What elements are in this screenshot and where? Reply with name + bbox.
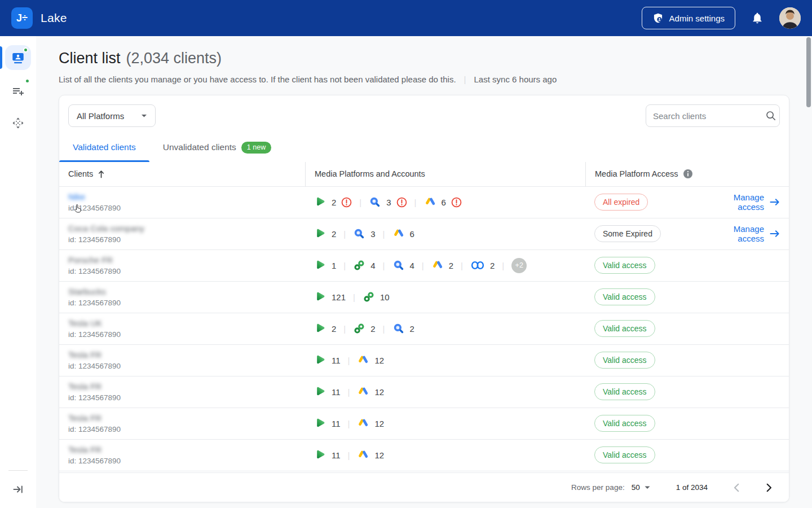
account-count: 11: [332, 419, 341, 428]
client-name-link[interactable]: Tesla UK: [68, 318, 102, 328]
scrollbar-thumb[interactable]: [806, 37, 811, 107]
account-count: 6: [410, 229, 414, 239]
client-name-link[interactable]: Nike: [68, 192, 85, 202]
platform-group: 12: [357, 386, 384, 398]
info-icon[interactable]: [683, 169, 693, 179]
client-name-link[interactable]: Tesla FR: [68, 382, 102, 391]
rows-per-page-value: 50: [632, 483, 640, 492]
access-cell: Valid access: [585, 257, 713, 274]
sidebar-item-add-list[interactable]: [5, 78, 31, 103]
tab-bar: Validated clients Unvalidated clients 1 …: [59, 134, 789, 162]
account-count: 11: [332, 450, 341, 460]
brand-home-link[interactable]: J÷ Lake: [11, 7, 67, 29]
dv360-icon: [314, 386, 326, 398]
cm360-icon: [363, 291, 375, 303]
client-name-link[interactable]: Porsche FR: [68, 255, 113, 265]
sidebar-item-clients[interactable]: [5, 45, 31, 70]
access-status-badge: Valid access: [594, 352, 655, 369]
manage-access-link[interactable]: Manage access: [713, 192, 780, 212]
action-cell: Manage access: [713, 192, 780, 212]
access-cell: Valid access: [585, 383, 713, 400]
platform-group: 2: [392, 322, 414, 335]
search-input[interactable]: [653, 111, 765, 121]
client-name-link[interactable]: Starbucks: [68, 287, 106, 296]
user-avatar[interactable]: [779, 7, 801, 29]
client-name-link[interactable]: Coca Cola company: [68, 224, 144, 233]
client-cell: Tesla FRid: 1234567890: [68, 350, 305, 370]
access-status-badge: Some Expired: [594, 225, 661, 242]
separator: |: [343, 261, 346, 270]
client-count: (2,034 clients): [126, 50, 222, 67]
account-count: 11: [332, 387, 341, 397]
platform-group: 10: [363, 291, 390, 303]
google-ads-icon: [392, 227, 405, 240]
client-id: id: 1234567890: [68, 299, 305, 307]
table-row: Nikeid: 12345678902|3|6All expiredManage…: [59, 187, 789, 218]
account-count: 2: [449, 261, 453, 270]
tab-validated-clients[interactable]: Validated clients: [59, 134, 149, 162]
client-id: id: 1234567890: [68, 330, 305, 339]
account-count: 10: [380, 292, 390, 302]
platforms-cell: 11|12: [305, 417, 585, 430]
next-page-button[interactable]: [766, 483, 772, 492]
client-id: id: 1234567890: [68, 235, 305, 244]
notifications-bell-icon[interactable]: [751, 12, 764, 24]
account-count: 2: [490, 261, 495, 270]
page-title: Client list: [59, 50, 121, 67]
access-cell: Valid access: [585, 352, 713, 369]
arrow-right-icon: [770, 198, 780, 206]
shield-admin-icon: [652, 12, 664, 24]
account-count: 12: [374, 419, 384, 428]
account-count: 12: [374, 356, 384, 365]
platform-group: 2: [353, 322, 375, 335]
client-id: id: 1234567890: [68, 267, 305, 275]
account-count: 2: [332, 198, 336, 207]
account-count: 4: [410, 261, 414, 270]
separator: |: [461, 261, 463, 270]
separator: |: [383, 261, 385, 270]
client-cell: Tesla FRid: 1234567890: [68, 445, 305, 465]
access-cell: Some Expired: [585, 225, 713, 242]
access-cell: Valid access: [585, 446, 713, 463]
platform-group: 4: [392, 259, 414, 271]
column-clients-sort[interactable]: Clients: [68, 169, 105, 178]
dv360-icon: [314, 354, 326, 366]
platforms-cell: 2|3|6: [305, 196, 585, 208]
rows-per-page-select[interactable]: 50: [632, 483, 650, 492]
table-header: Clients Media Platforms and Accounts Med…: [59, 162, 789, 187]
more-platforms-badge[interactable]: +2: [511, 258, 527, 273]
client-name-link[interactable]: Tesla FR: [68, 350, 102, 360]
platform-group: 11: [314, 354, 341, 366]
admin-settings-button[interactable]: Admin settings: [642, 7, 735, 29]
separator: |: [502, 261, 504, 270]
page-info: 1 of 2034: [676, 483, 708, 492]
platform-group: 12: [357, 449, 384, 461]
chevron-down-icon: [141, 114, 147, 118]
sort-ascending-icon: [98, 170, 105, 178]
previous-page-button[interactable]: [734, 483, 739, 492]
top-navbar: J÷ Lake Admin settings: [0, 0, 812, 36]
sidebar-item-move[interactable]: [5, 111, 31, 135]
manage-access-link[interactable]: Manage access: [713, 224, 780, 243]
separator: |: [414, 198, 417, 207]
access-status-badge: Valid access: [594, 446, 655, 463]
expand-sidebar-icon[interactable]: [12, 483, 24, 496]
dv360-icon: [314, 227, 326, 240]
client-name-link[interactable]: Tesla FR: [68, 413, 102, 423]
platform-filter-select[interactable]: All Platforms: [68, 104, 156, 127]
account-count: 4: [370, 261, 375, 270]
column-label: Media Platform Access: [595, 169, 678, 178]
client-name-link[interactable]: Tesla FR: [68, 445, 102, 454]
sa360-icon: [392, 259, 405, 271]
search-icon: [765, 110, 776, 121]
account-count: 3: [386, 198, 391, 207]
client-id: id: 1234567890: [68, 425, 305, 433]
new-count-badge: 1 new: [241, 142, 271, 154]
app-logo: J÷: [11, 7, 33, 29]
playlist-add-icon: [11, 84, 25, 97]
access-cell: All expired: [585, 194, 713, 211]
tab-unvalidated-clients[interactable]: Unvalidated clients 1 new: [149, 134, 285, 162]
move-arrows-icon: [11, 116, 25, 130]
platform-group: 4: [353, 259, 375, 271]
platform-group: 2: [431, 259, 453, 271]
